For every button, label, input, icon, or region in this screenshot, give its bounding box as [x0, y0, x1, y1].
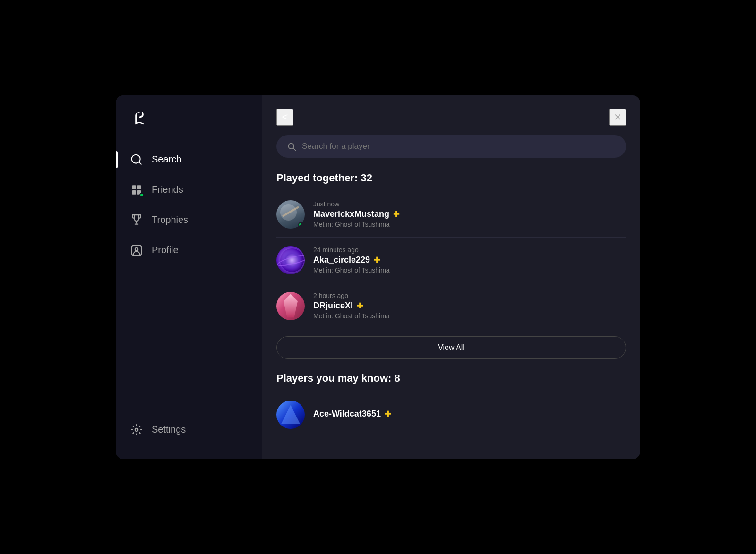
- svg-point-8: [135, 428, 138, 431]
- avatar: [276, 401, 305, 429]
- avatar-image-space: [276, 246, 305, 274]
- playstation-logo: [116, 110, 262, 145]
- players-you-may-know-title: Players you may know: 8: [276, 372, 626, 384]
- player-item[interactable]: Ace-Wildcat3651 ✚: [276, 392, 626, 437]
- player-time: 2 hours ago: [313, 292, 626, 299]
- svg-rect-5: [135, 223, 139, 224]
- friends-online-dot: [139, 193, 144, 197]
- player-name: Aka_circle229 ✚: [313, 255, 626, 265]
- friends-icon: [130, 183, 143, 196]
- svg-rect-2: [132, 190, 136, 195]
- sidebar-item-settings[interactable]: Settings: [116, 415, 262, 445]
- svg-point-7: [135, 247, 138, 251]
- online-indicator: [298, 222, 304, 228]
- svg-rect-0: [132, 185, 136, 189]
- sidebar-item-label-settings: Settings: [152, 424, 186, 435]
- content-area: Played together: 32 Just now MaverickxMu…: [262, 135, 640, 459]
- svg-rect-1: [137, 185, 141, 189]
- player-time: 24 minutes ago: [313, 246, 626, 254]
- player-met-in: Met in: Ghost of Tsushima: [313, 312, 626, 320]
- search-bar-icon: [287, 142, 296, 151]
- avatar: [276, 200, 305, 229]
- sidebar-item-label-friends: Friends: [152, 184, 183, 195]
- players-you-may-know-list: Ace-Wildcat3651 ✚: [276, 392, 626, 437]
- sidebar-item-search[interactable]: Search: [116, 145, 262, 175]
- player-name: MaverickxMustang ✚: [313, 209, 626, 219]
- search-input[interactable]: [302, 142, 616, 151]
- ps-logo-icon: [130, 110, 149, 128]
- ps-plus-icon: ✚: [385, 409, 391, 418]
- sidebar-item-label-profile: Profile: [152, 245, 179, 256]
- played-together-list: Just now MaverickxMustang ✚ Met in: Ghos…: [276, 192, 626, 329]
- back-button[interactable]: <: [276, 109, 293, 126]
- player-met-in: Met in: Ghost of Tsushima: [313, 266, 626, 274]
- avatar: [276, 292, 305, 320]
- avatar-image-gem: [276, 292, 305, 320]
- close-button[interactable]: ✕: [609, 109, 626, 126]
- sidebar-item-label-trophies: Trophies: [152, 214, 188, 225]
- view-all-button[interactable]: View All: [276, 336, 626, 359]
- played-together-title: Played together: 32: [276, 172, 626, 184]
- player-met-in: Met in: Ghost of Tsushima: [313, 221, 626, 228]
- sidebar-item-friends[interactable]: Friends: [116, 175, 262, 205]
- sidebar-item-profile[interactable]: Profile: [116, 235, 262, 265]
- topbar: < ✕: [262, 95, 640, 135]
- player-name: DRjuiceXI ✚: [313, 301, 626, 311]
- player-item[interactable]: Just now MaverickxMustang ✚ Met in: Ghos…: [276, 192, 626, 238]
- player-name: Ace-Wildcat3651 ✚: [313, 409, 626, 419]
- player-time: Just now: [313, 200, 626, 208]
- player-item[interactable]: 24 minutes ago Aka_circle229 ✚ Met in: G…: [276, 238, 626, 283]
- profile-icon: [130, 244, 143, 257]
- app-window: Search Friends: [116, 95, 640, 459]
- main-content: < ✕ Played together: 32: [262, 95, 640, 459]
- sidebar-item-label-search: Search: [152, 154, 181, 165]
- sidebar-item-trophies[interactable]: Trophies: [116, 205, 262, 235]
- avatar-image-blue: [276, 401, 305, 429]
- ps-plus-icon: ✚: [374, 256, 380, 264]
- search-bar[interactable]: [276, 135, 626, 158]
- player-item[interactable]: 2 hours ago DRjuiceXI ✚ Met in: Ghost of…: [276, 283, 626, 329]
- search-icon: [130, 153, 143, 166]
- ps-plus-icon: ✚: [357, 301, 363, 310]
- trophy-icon: [130, 213, 143, 227]
- player-info: 24 minutes ago Aka_circle229 ✚ Met in: G…: [313, 246, 626, 274]
- player-info: Just now MaverickxMustang ✚ Met in: Ghos…: [313, 200, 626, 228]
- svg-line-10: [293, 148, 296, 150]
- settings-icon: [130, 423, 143, 436]
- player-info: 2 hours ago DRjuiceXI ✚ Met in: Ghost of…: [313, 292, 626, 320]
- ps-plus-icon: ✚: [393, 210, 399, 219]
- sidebar: Search Friends: [116, 95, 262, 459]
- player-info: Ace-Wildcat3651 ✚: [313, 409, 626, 420]
- avatar: [276, 246, 305, 274]
